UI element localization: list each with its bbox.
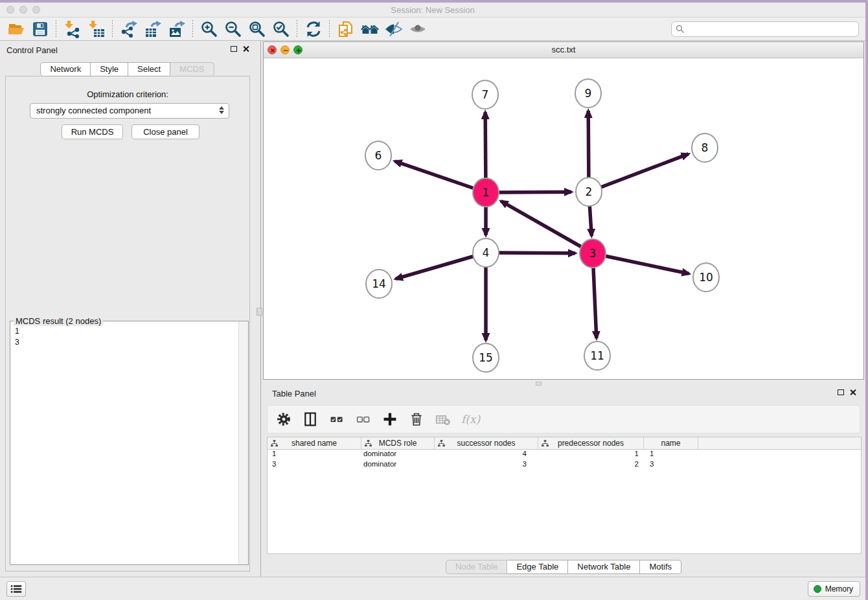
fx-icon: f(x) bbox=[461, 413, 480, 426]
zoom-in-icon bbox=[200, 20, 218, 38]
export-network-button[interactable] bbox=[117, 19, 141, 40]
close-panel-icon[interactable] bbox=[242, 45, 249, 52]
edge-2-8[interactable] bbox=[589, 154, 689, 192]
splitter-grip[interactable] bbox=[257, 308, 262, 316]
run-mcds-button[interactable]: Run MCDS bbox=[62, 124, 123, 139]
export-image-button[interactable] bbox=[165, 19, 188, 40]
node-10[interactable]: 10 bbox=[693, 263, 719, 292]
node-14[interactable]: 14 bbox=[366, 270, 392, 298]
node-8[interactable]: 8 bbox=[692, 133, 718, 162]
node-7[interactable]: 7 bbox=[472, 80, 498, 109]
select-all-button[interactable] bbox=[328, 411, 345, 428]
svg-text:1: 1 bbox=[483, 186, 490, 199]
tab-edge-table[interactable]: Edge Table bbox=[507, 560, 568, 574]
status-bar: Memory bbox=[0, 577, 865, 600]
gear-icon bbox=[276, 411, 291, 427]
close-panel-icon[interactable] bbox=[849, 389, 856, 396]
edge-3-10[interactable] bbox=[593, 253, 689, 273]
export-table-button[interactable] bbox=[141, 19, 165, 40]
tab-mcds[interactable]: MCDS bbox=[170, 62, 214, 76]
tab-select[interactable]: Select bbox=[128, 62, 170, 76]
save-icon bbox=[31, 20, 49, 38]
close-panel-button[interactable]: Close panel bbox=[131, 124, 200, 139]
column-header-name[interactable]: name bbox=[644, 437, 698, 449]
node-3[interactable]: 3 bbox=[580, 239, 606, 268]
column-header-predecessor-nodes[interactable]: predecessor nodes bbox=[538, 437, 644, 449]
criterion-dropdown[interactable]: strongly connected component bbox=[30, 103, 229, 119]
zoom-in-button[interactable] bbox=[197, 19, 221, 40]
tab-motifs[interactable]: Motifs bbox=[640, 560, 681, 574]
horizontal-splitter-grip[interactable] bbox=[536, 382, 542, 386]
save-session-button[interactable] bbox=[28, 19, 52, 40]
application-window: Session: New Session bbox=[0, 3, 865, 600]
unselect-all-button[interactable] bbox=[355, 411, 372, 428]
import-network-button[interactable] bbox=[60, 19, 84, 40]
search-input[interactable] bbox=[671, 21, 859, 37]
refresh-button[interactable] bbox=[301, 19, 325, 40]
open-folder-icon bbox=[7, 20, 25, 38]
edge-4-14[interactable] bbox=[396, 253, 486, 279]
float-panel-icon[interactable] bbox=[838, 389, 844, 395]
svg-text:9: 9 bbox=[585, 87, 592, 100]
zoom-fit-button[interactable] bbox=[245, 19, 269, 40]
houses-icon bbox=[360, 20, 380, 38]
node-9[interactable]: 9 bbox=[575, 79, 601, 108]
vertical-splitter[interactable] bbox=[255, 41, 263, 577]
column-header-successor-nodes[interactable]: successor nodes bbox=[435, 437, 538, 449]
edge-1-6[interactable] bbox=[395, 161, 486, 192]
network-canvas[interactable]: 7968124314101511 bbox=[264, 58, 863, 379]
search-field bbox=[671, 21, 859, 37]
zoom-selected-button[interactable] bbox=[269, 19, 293, 40]
mcds-panel: Optimization criterion: strongly connect… bbox=[5, 76, 250, 571]
table-panel: Table Panel bbox=[263, 386, 864, 577]
mcds-result-text[interactable]: 1 3 bbox=[10, 323, 238, 564]
network-frame-titlebar[interactable]: scc.txt bbox=[264, 42, 863, 58]
clone-network-button[interactable] bbox=[334, 19, 358, 40]
open-session-button[interactable] bbox=[4, 19, 28, 40]
toolbar-separator bbox=[192, 20, 193, 38]
list-icon bbox=[10, 584, 22, 594]
svg-text:2: 2 bbox=[586, 185, 593, 198]
eye-icon bbox=[409, 20, 427, 38]
first-neighbors-button[interactable] bbox=[358, 19, 382, 40]
task-history-button[interactable] bbox=[6, 581, 26, 597]
import-table-button[interactable] bbox=[84, 19, 108, 40]
table-settings-button[interactable] bbox=[275, 411, 292, 428]
result-scrollbar[interactable] bbox=[238, 321, 248, 564]
control-panel-title: Control Panel bbox=[6, 45, 58, 55]
memory-button[interactable]: Memory bbox=[808, 581, 860, 597]
toolbar-separator bbox=[329, 20, 330, 38]
delete-column-button[interactable] bbox=[408, 411, 425, 428]
tab-network-table[interactable]: Network Table bbox=[568, 560, 640, 574]
delete-table-button[interactable] bbox=[435, 411, 451, 428]
edge-3-1[interactable] bbox=[501, 201, 593, 253]
show-all-button[interactable] bbox=[405, 19, 429, 40]
create-column-button[interactable] bbox=[382, 411, 398, 428]
table-header-row: shared name MCDS role successor nodes bbox=[268, 437, 861, 450]
node-1[interactable]: 1 bbox=[473, 178, 499, 207]
tab-node-table[interactable]: Node Table bbox=[446, 560, 508, 574]
svg-text:15: 15 bbox=[479, 351, 493, 364]
column-header-mcds-role[interactable]: MCDS role bbox=[361, 437, 435, 449]
show-columns-button[interactable] bbox=[302, 411, 319, 428]
tab-style[interactable]: Style bbox=[91, 62, 128, 76]
result-line: 1 bbox=[15, 326, 234, 337]
hide-selected-button[interactable] bbox=[382, 19, 405, 40]
float-panel-icon[interactable] bbox=[231, 46, 237, 52]
node-11[interactable]: 11 bbox=[584, 341, 610, 370]
node-4[interactable]: 4 bbox=[473, 238, 499, 267]
tab-network[interactable]: Network bbox=[40, 62, 91, 76]
node-6[interactable]: 6 bbox=[365, 141, 391, 170]
zoom-fit-icon bbox=[248, 20, 266, 38]
tree-icon bbox=[365, 440, 372, 447]
node-15[interactable]: 15 bbox=[473, 343, 499, 372]
zoom-out-button[interactable] bbox=[221, 19, 245, 40]
eye-slash-icon bbox=[385, 20, 403, 38]
table-row[interactable]: 1 dominator 4 1 1 bbox=[268, 450, 861, 460]
table-row[interactable]: 3 dominator 3 2 3 bbox=[268, 460, 861, 470]
function-builder-button[interactable]: f(x) bbox=[461, 411, 480, 428]
node-2[interactable]: 2 bbox=[576, 178, 602, 206]
column-header-shared-name[interactable]: shared name bbox=[268, 437, 361, 449]
export-image-icon bbox=[168, 20, 186, 38]
clone-network-icon bbox=[337, 20, 355, 38]
